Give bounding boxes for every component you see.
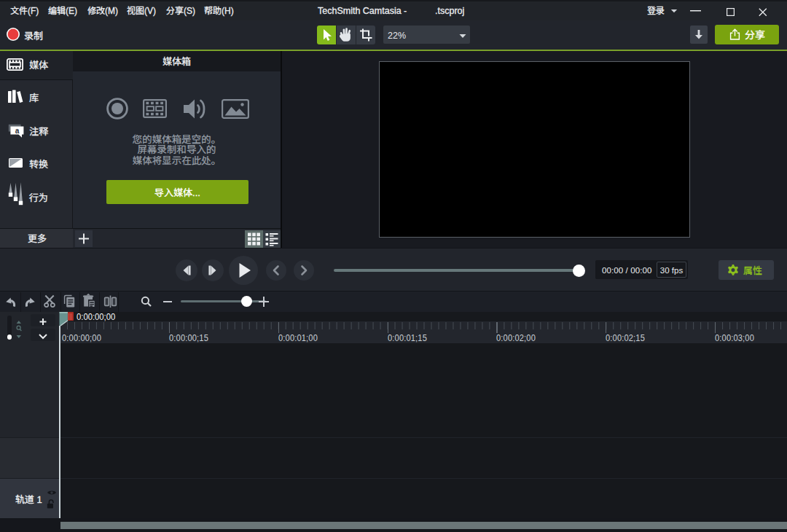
svg-text:a: a: [15, 127, 20, 135]
